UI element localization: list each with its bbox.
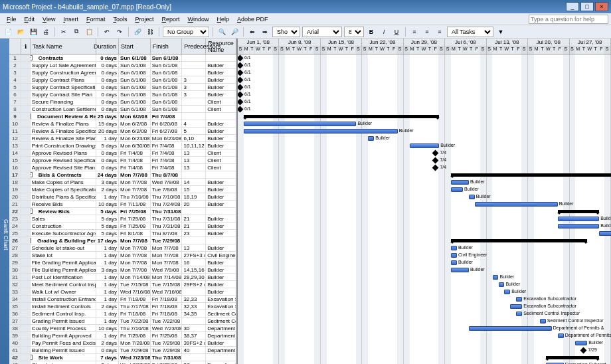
task-bar[interactable] (451, 187, 463, 192)
align-right-icon[interactable]: ≡ (434, 27, 445, 37)
summary-bar[interactable] (558, 210, 599, 213)
task-row[interactable]: 42−Site Work7 daysWed 7/23/08Thu 7/31/08 (9, 354, 236, 361)
col-predecessors[interactable]: Predecessors (182, 39, 206, 54)
task-row[interactable]: 3Supply Construction Agreement0 daysSun … (9, 69, 236, 76)
task-row[interactable]: 13Print Construction Drawings5 daysMon 6… (9, 142, 236, 149)
task-row[interactable]: 18Make Copies of Plans3 daysMon 7/7/08We… (9, 179, 236, 186)
task-row[interactable]: 27Schedule lot stake-out1 dayMon 7/7/08M… (9, 244, 236, 252)
milestone-icon[interactable] (238, 55, 243, 62)
task-row[interactable]: 1−Contracts0 daysSun 6/1/08Sun 6/1/08 (9, 54, 236, 62)
task-row[interactable]: 40Pay Permit Fees and Excise Taxes2 days… (9, 339, 236, 347)
task-row[interactable]: 33Walk Lot w/ Owner1 dayWed 7/16/08Wed 7… (9, 288, 236, 296)
task-row[interactable]: 8Construction Loan Settlement0 daysSun 6… (9, 106, 236, 113)
open-icon[interactable]: 📂 (15, 27, 26, 37)
menu-adobe-pdf[interactable]: Adobe PDF (233, 15, 272, 24)
task-bar[interactable] (504, 290, 510, 294)
show-select[interactable]: Show (272, 27, 300, 37)
menu-file[interactable]: File (3, 15, 21, 24)
task-row[interactable]: 41Building Permit Issued0 daysTue 7/29/0… (9, 347, 236, 354)
milestone-icon[interactable] (238, 84, 243, 91)
close-button[interactable]: × (595, 2, 608, 11)
task-bar[interactable] (540, 319, 546, 323)
col-id[interactable] (9, 39, 21, 54)
align-left-icon[interactable]: ≡ (409, 27, 420, 37)
task-row[interactable]: 20Distribute Plans & Specifications1 day… (9, 193, 236, 201)
task-bar[interactable] (469, 326, 552, 331)
col-finish[interactable]: Finish (151, 39, 183, 54)
cut-icon[interactable]: ✂ (58, 27, 69, 37)
task-row[interactable]: 14Approve Revised Plans0 daysFri 7/4/08F… (9, 149, 236, 157)
expander-icon[interactable]: − (31, 238, 31, 243)
copy-icon[interactable]: ⧉ (71, 27, 82, 37)
menu-help[interactable]: Help (213, 15, 234, 24)
task-bar[interactable] (558, 224, 599, 228)
outdent-icon[interactable]: ⬅ (247, 27, 258, 37)
undo-icon[interactable]: ↶ (102, 27, 112, 37)
font-select[interactable]: Arial (302, 27, 342, 37)
link-icon[interactable]: 🔗 (132, 27, 143, 37)
task-bar[interactable] (499, 282, 505, 287)
task-row[interactable]: 25Execute Subcontractor Agreements5 days… (9, 230, 236, 237)
menu-insert[interactable]: Insert (59, 15, 82, 24)
milestone-icon[interactable] (432, 150, 439, 157)
menu-view[interactable]: View (39, 15, 59, 24)
summary-bar[interactable] (244, 115, 439, 118)
bold-icon[interactable]: B (366, 27, 377, 37)
menu-window[interactable]: Window (184, 15, 213, 24)
task-bar[interactable] (558, 333, 564, 338)
task-row[interactable]: 19Make Copies of Specifications2 daysMon… (9, 186, 236, 193)
task-bar[interactable] (451, 268, 469, 272)
summary-bar[interactable] (451, 239, 587, 242)
autofilter-icon[interactable]: ▼ (495, 27, 506, 37)
new-icon[interactable]: 📄 (3, 27, 13, 37)
task-row[interactable]: 16Approve Revised Site Plan0 daysFri 7/4… (9, 164, 236, 171)
expander-icon[interactable]: − (31, 172, 33, 177)
task-row[interactable]: 28Stake lot1 dayMon 7/7/08Mon 7/7/0827FS… (9, 252, 236, 259)
print-icon[interactable]: 🖨 (41, 27, 51, 37)
milestone-icon[interactable] (238, 92, 243, 98)
col-indicator[interactable]: ℹ (21, 39, 31, 54)
task-row[interactable]: 4Supply Contract Plans0 daysSun 6/1/08Su… (9, 76, 236, 84)
expander-icon[interactable]: − (31, 114, 31, 119)
menu-format[interactable]: Format (82, 15, 110, 24)
col-taskname[interactable]: Task Name (31, 39, 96, 54)
task-row[interactable]: 12Review & Finalize Site Plan1 dayMon 6/… (9, 135, 236, 142)
task-row[interactable]: 37Grading Permit Issued1 dayTue 7/22/08T… (9, 318, 236, 325)
save-icon[interactable]: 💾 (28, 27, 39, 37)
task-row[interactable]: 15Approve Revised Specifications0 daysFr… (9, 157, 236, 164)
task-row[interactable]: 10Review & Finalize Plans15 daysMon 6/2/… (9, 120, 236, 128)
milestone-icon[interactable] (238, 106, 243, 113)
align-center-icon[interactable]: ≡ (422, 27, 432, 37)
milestone-icon[interactable] (432, 157, 439, 164)
milestone-icon[interactable] (580, 347, 587, 354)
task-row[interactable]: 24Construction5 daysFri 7/25/08Thu 7/31/… (9, 223, 236, 230)
expander-icon[interactable]: − (31, 209, 33, 214)
task-bar[interactable] (599, 231, 611, 236)
col-start[interactable]: Start (119, 39, 151, 54)
task-bar[interactable] (510, 304, 522, 309)
task-row[interactable]: 43Clear Lot3 daysWed 7/23/08Fri 7/25/083… (9, 361, 236, 364)
menu-tools[interactable]: Tools (109, 15, 131, 24)
task-row[interactable]: 36Sediment Control Insp.1 dayFri 7/18/08… (9, 310, 236, 318)
col-resource[interactable]: Resource Name (206, 39, 236, 54)
task-row[interactable]: 39Building Permit Approved1 dayFri 7/25/… (9, 332, 236, 339)
task-bar[interactable] (475, 202, 558, 207)
task-bar[interactable] (451, 180, 469, 185)
filter-select[interactable]: All Tasks (447, 27, 493, 37)
expander-icon[interactable]: − (31, 355, 33, 360)
task-bar[interactable] (575, 341, 587, 345)
minimize-button[interactable]: _ (566, 2, 579, 11)
task-row[interactable]: 31Post Lot Identification1 dayMon 7/14/0… (9, 274, 236, 281)
milestone-icon[interactable] (432, 165, 439, 171)
underline-icon[interactable]: U (391, 27, 402, 37)
menu-project[interactable]: Project (131, 15, 157, 24)
task-row[interactable]: 5Supply Contract Specifications0 daysSun… (9, 84, 236, 91)
task-row[interactable]: 7Secure Financing0 daysSun 6/1/08Sun 6/1… (9, 98, 236, 106)
task-bar[interactable] (451, 260, 457, 265)
task-row[interactable]: 11Review & Finalize Specifications20 day… (9, 128, 236, 135)
indent-icon[interactable]: ➡ (260, 27, 270, 37)
summary-bar[interactable] (546, 356, 599, 359)
help-search-input[interactable] (529, 15, 608, 24)
task-row[interactable]: 38County Permit Process10 daysThu 7/10/0… (9, 325, 236, 332)
group-select[interactable]: No Group (163, 27, 209, 37)
